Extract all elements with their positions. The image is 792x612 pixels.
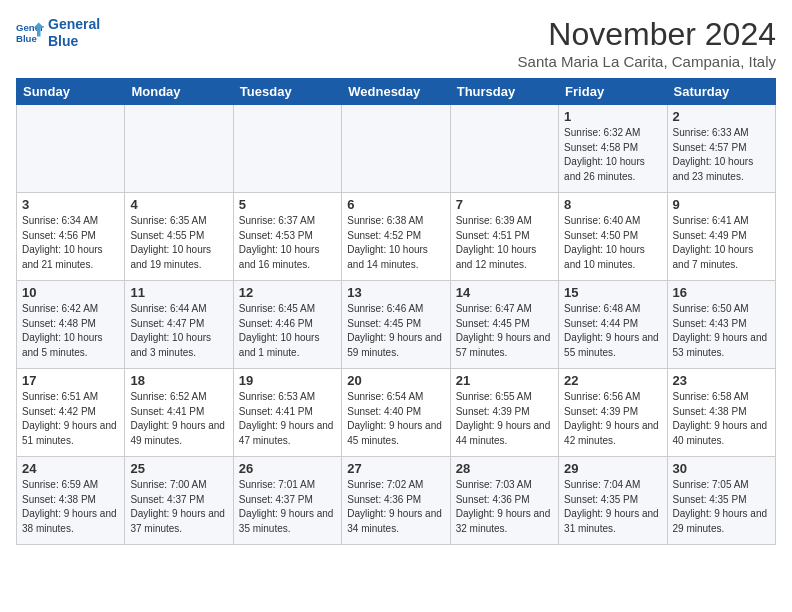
week-row-0: 1Sunrise: 6:32 AM Sunset: 4:58 PM Daylig…	[17, 105, 776, 193]
day-number: 15	[564, 285, 661, 300]
day-number: 26	[239, 461, 336, 476]
calendar-cell: 24Sunrise: 6:59 AM Sunset: 4:38 PM Dayli…	[17, 457, 125, 545]
weekday-header-monday: Monday	[125, 79, 233, 105]
day-number: 18	[130, 373, 227, 388]
calendar-cell	[17, 105, 125, 193]
calendar-cell: 22Sunrise: 6:56 AM Sunset: 4:39 PM Dayli…	[559, 369, 667, 457]
day-info: Sunrise: 6:59 AM Sunset: 4:38 PM Dayligh…	[22, 478, 119, 536]
calendar-cell: 12Sunrise: 6:45 AM Sunset: 4:46 PM Dayli…	[233, 281, 341, 369]
logo-line2: Blue	[48, 33, 78, 49]
day-info: Sunrise: 6:58 AM Sunset: 4:38 PM Dayligh…	[673, 390, 770, 448]
day-info: Sunrise: 6:53 AM Sunset: 4:41 PM Dayligh…	[239, 390, 336, 448]
day-number: 5	[239, 197, 336, 212]
week-row-2: 10Sunrise: 6:42 AM Sunset: 4:48 PM Dayli…	[17, 281, 776, 369]
calendar-cell: 3Sunrise: 6:34 AM Sunset: 4:56 PM Daylig…	[17, 193, 125, 281]
calendar-cell: 7Sunrise: 6:39 AM Sunset: 4:51 PM Daylig…	[450, 193, 558, 281]
weekday-header-row: SundayMondayTuesdayWednesdayThursdayFrid…	[17, 79, 776, 105]
calendar-cell: 10Sunrise: 6:42 AM Sunset: 4:48 PM Dayli…	[17, 281, 125, 369]
day-number: 13	[347, 285, 444, 300]
day-number: 25	[130, 461, 227, 476]
calendar-cell: 25Sunrise: 7:00 AM Sunset: 4:37 PM Dayli…	[125, 457, 233, 545]
calendar-cell: 1Sunrise: 6:32 AM Sunset: 4:58 PM Daylig…	[559, 105, 667, 193]
day-number: 24	[22, 461, 119, 476]
calendar-cell: 21Sunrise: 6:55 AM Sunset: 4:39 PM Dayli…	[450, 369, 558, 457]
day-info: Sunrise: 6:40 AM Sunset: 4:50 PM Dayligh…	[564, 214, 661, 272]
week-row-3: 17Sunrise: 6:51 AM Sunset: 4:42 PM Dayli…	[17, 369, 776, 457]
day-info: Sunrise: 6:54 AM Sunset: 4:40 PM Dayligh…	[347, 390, 444, 448]
day-number: 19	[239, 373, 336, 388]
logo-text: General Blue	[48, 16, 100, 50]
day-info: Sunrise: 6:35 AM Sunset: 4:55 PM Dayligh…	[130, 214, 227, 272]
calendar-cell: 11Sunrise: 6:44 AM Sunset: 4:47 PM Dayli…	[125, 281, 233, 369]
calendar-cell: 18Sunrise: 6:52 AM Sunset: 4:41 PM Dayli…	[125, 369, 233, 457]
calendar-cell: 2Sunrise: 6:33 AM Sunset: 4:57 PM Daylig…	[667, 105, 775, 193]
calendar-cell: 19Sunrise: 6:53 AM Sunset: 4:41 PM Dayli…	[233, 369, 341, 457]
day-number: 3	[22, 197, 119, 212]
calendar-cell	[450, 105, 558, 193]
day-number: 4	[130, 197, 227, 212]
title-area: November 2024 Santa Maria La Carita, Cam…	[518, 16, 776, 70]
calendar-cell	[233, 105, 341, 193]
logo-line1: General	[48, 16, 100, 32]
day-info: Sunrise: 6:48 AM Sunset: 4:44 PM Dayligh…	[564, 302, 661, 360]
day-number: 9	[673, 197, 770, 212]
day-info: Sunrise: 6:50 AM Sunset: 4:43 PM Dayligh…	[673, 302, 770, 360]
month-title: November 2024	[518, 16, 776, 53]
calendar-cell: 30Sunrise: 7:05 AM Sunset: 4:35 PM Dayli…	[667, 457, 775, 545]
day-number: 16	[673, 285, 770, 300]
calendar-cell: 28Sunrise: 7:03 AM Sunset: 4:36 PM Dayli…	[450, 457, 558, 545]
calendar-cell: 23Sunrise: 6:58 AM Sunset: 4:38 PM Dayli…	[667, 369, 775, 457]
day-number: 8	[564, 197, 661, 212]
day-number: 30	[673, 461, 770, 476]
weekday-header-wednesday: Wednesday	[342, 79, 450, 105]
calendar-cell: 26Sunrise: 7:01 AM Sunset: 4:37 PM Dayli…	[233, 457, 341, 545]
day-info: Sunrise: 6:37 AM Sunset: 4:53 PM Dayligh…	[239, 214, 336, 272]
calendar-cell: 29Sunrise: 7:04 AM Sunset: 4:35 PM Dayli…	[559, 457, 667, 545]
weekday-header-tuesday: Tuesday	[233, 79, 341, 105]
day-number: 1	[564, 109, 661, 124]
day-info: Sunrise: 6:38 AM Sunset: 4:52 PM Dayligh…	[347, 214, 444, 272]
day-info: Sunrise: 6:55 AM Sunset: 4:39 PM Dayligh…	[456, 390, 553, 448]
day-number: 14	[456, 285, 553, 300]
calendar-cell: 13Sunrise: 6:46 AM Sunset: 4:45 PM Dayli…	[342, 281, 450, 369]
calendar-cell	[125, 105, 233, 193]
day-number: 21	[456, 373, 553, 388]
day-number: 10	[22, 285, 119, 300]
day-number: 20	[347, 373, 444, 388]
calendar-cell: 20Sunrise: 6:54 AM Sunset: 4:40 PM Dayli…	[342, 369, 450, 457]
day-info: Sunrise: 7:00 AM Sunset: 4:37 PM Dayligh…	[130, 478, 227, 536]
day-number: 27	[347, 461, 444, 476]
calendar-cell: 16Sunrise: 6:50 AM Sunset: 4:43 PM Dayli…	[667, 281, 775, 369]
day-info: Sunrise: 6:47 AM Sunset: 4:45 PM Dayligh…	[456, 302, 553, 360]
calendar-cell: 15Sunrise: 6:48 AM Sunset: 4:44 PM Dayli…	[559, 281, 667, 369]
calendar-cell: 6Sunrise: 6:38 AM Sunset: 4:52 PM Daylig…	[342, 193, 450, 281]
calendar-cell	[342, 105, 450, 193]
day-info: Sunrise: 6:34 AM Sunset: 4:56 PM Dayligh…	[22, 214, 119, 272]
day-info: Sunrise: 7:01 AM Sunset: 4:37 PM Dayligh…	[239, 478, 336, 536]
calendar-cell: 14Sunrise: 6:47 AM Sunset: 4:45 PM Dayli…	[450, 281, 558, 369]
location-title: Santa Maria La Carita, Campania, Italy	[518, 53, 776, 70]
day-info: Sunrise: 6:52 AM Sunset: 4:41 PM Dayligh…	[130, 390, 227, 448]
day-info: Sunrise: 6:42 AM Sunset: 4:48 PM Dayligh…	[22, 302, 119, 360]
weekday-header-sunday: Sunday	[17, 79, 125, 105]
day-info: Sunrise: 6:32 AM Sunset: 4:58 PM Dayligh…	[564, 126, 661, 184]
day-number: 28	[456, 461, 553, 476]
logo-icon: General Blue	[16, 19, 44, 47]
weekday-header-saturday: Saturday	[667, 79, 775, 105]
svg-text:Blue: Blue	[16, 33, 37, 44]
day-number: 17	[22, 373, 119, 388]
logo: General Blue General Blue	[16, 16, 100, 50]
day-number: 2	[673, 109, 770, 124]
day-number: 22	[564, 373, 661, 388]
weekday-header-thursday: Thursday	[450, 79, 558, 105]
day-info: Sunrise: 7:05 AM Sunset: 4:35 PM Dayligh…	[673, 478, 770, 536]
day-number: 23	[673, 373, 770, 388]
day-info: Sunrise: 6:44 AM Sunset: 4:47 PM Dayligh…	[130, 302, 227, 360]
day-info: Sunrise: 6:39 AM Sunset: 4:51 PM Dayligh…	[456, 214, 553, 272]
calendar-cell: 17Sunrise: 6:51 AM Sunset: 4:42 PM Dayli…	[17, 369, 125, 457]
week-row-1: 3Sunrise: 6:34 AM Sunset: 4:56 PM Daylig…	[17, 193, 776, 281]
calendar-cell: 27Sunrise: 7:02 AM Sunset: 4:36 PM Dayli…	[342, 457, 450, 545]
day-info: Sunrise: 7:02 AM Sunset: 4:36 PM Dayligh…	[347, 478, 444, 536]
day-info: Sunrise: 7:03 AM Sunset: 4:36 PM Dayligh…	[456, 478, 553, 536]
week-row-4: 24Sunrise: 6:59 AM Sunset: 4:38 PM Dayli…	[17, 457, 776, 545]
